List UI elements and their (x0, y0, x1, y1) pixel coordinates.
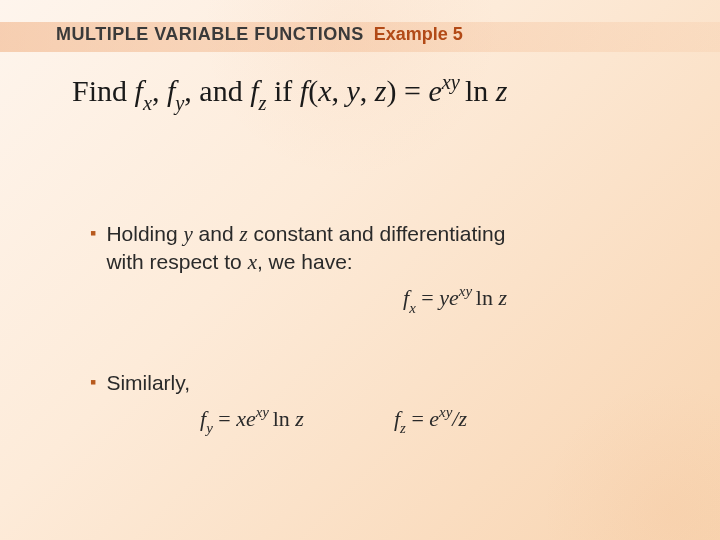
formula-fy: fy = xexy ln z (200, 405, 304, 436)
section-title: MULTIPLE VARIABLE FUNCTIONS (56, 24, 364, 45)
var-z: z (375, 74, 387, 107)
ln: ln (273, 406, 296, 431)
text: if (266, 74, 299, 107)
formula-fz: fz = exy/z (394, 405, 467, 436)
text: constant and differentiating (248, 222, 506, 245)
superscript-xy: xy (256, 404, 273, 420)
text: , (152, 74, 167, 107)
superscript-xy: xy (439, 404, 452, 420)
var-x: x (236, 406, 246, 431)
ln: ln (465, 74, 496, 107)
var-f: f (135, 74, 143, 107)
slide-body: ▪ Holding y and z constant and different… (90, 220, 660, 435)
text: Similarly, (106, 371, 190, 394)
var-z: z (295, 406, 304, 431)
text: Holding (106, 222, 183, 245)
text: , (360, 74, 375, 107)
var-x: x (248, 250, 257, 274)
var-y: y (183, 222, 192, 246)
subscript-y: y (206, 420, 213, 436)
bullet-text: Similarly, (106, 369, 190, 397)
paren-close-eq: ) = (386, 74, 428, 107)
var-z: z (496, 74, 508, 107)
paren-open: ( (308, 74, 318, 107)
subscript-z: z (259, 92, 267, 114)
var-z: z (458, 406, 467, 431)
var-x: x (318, 74, 331, 107)
equals: = (416, 285, 439, 310)
subscript-x: x (143, 92, 152, 114)
var-e: e (449, 285, 459, 310)
superscript-xy: xy (459, 283, 476, 299)
slide-header: MULTIPLE VARIABLE FUNCTIONS Example 5 (56, 24, 463, 45)
superscript-xy: xy (442, 71, 465, 93)
formula-row: fy = xexy ln z fz = exy/z (200, 405, 660, 436)
problem-lead: Find (72, 74, 135, 107)
example-label: Example 5 (374, 24, 463, 45)
subscript-x: x (409, 300, 416, 316)
subscript-y: y (175, 92, 184, 114)
text: , we have: (257, 250, 353, 273)
var-e: e (428, 74, 441, 107)
ln: ln (476, 285, 499, 310)
var-f: f (300, 74, 308, 107)
formula-fx: fx = yexy ln z (250, 284, 660, 315)
text: with respect to (106, 250, 247, 273)
text: , (331, 74, 346, 107)
subscript-z: z (400, 420, 406, 436)
var-y: y (439, 285, 449, 310)
bullet-icon: ▪ (90, 220, 96, 246)
problem-statement: Find fx, fy, and fz if f(x, y, z) = exy … (72, 72, 507, 113)
bullet-icon: ▪ (90, 369, 96, 395)
var-f: f (250, 74, 258, 107)
var-y: y (346, 74, 359, 107)
equals: = (213, 406, 236, 431)
bullet-item: ▪ Similarly, (90, 369, 660, 397)
var-z: z (240, 222, 248, 246)
text: , and (184, 74, 250, 107)
text: and (193, 222, 240, 245)
var-z: z (498, 285, 507, 310)
equals: = (406, 406, 429, 431)
var-e: e (429, 406, 439, 431)
bullet-item: ▪ Holding y and z constant and different… (90, 220, 660, 276)
var-e: e (246, 406, 256, 431)
bullet-text: Holding y and z constant and differentia… (106, 220, 505, 276)
